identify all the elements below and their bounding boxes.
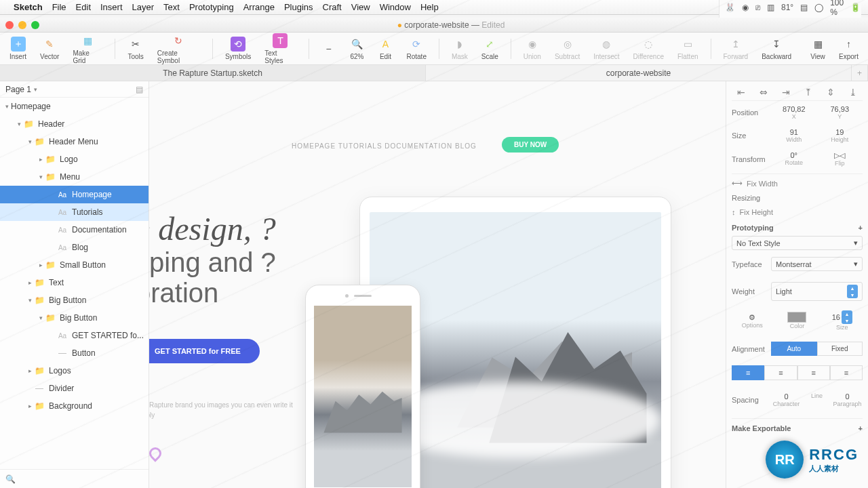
layer-button-shape[interactable]: —Button: [0, 344, 149, 362]
menu-view[interactable]: View: [351, 2, 370, 12]
tool-symbols[interactable]: ⟲Symbols: [221, 37, 255, 60]
text-color-swatch[interactable]: [787, 312, 806, 323]
layer-big-button-inner[interactable]: ▾📁Big Button: [0, 309, 149, 327]
page-selector[interactable]: Page 1▾ ▤: [0, 81, 149, 98]
rotate-input[interactable]: 0°: [790, 151, 797, 159]
layer-divider[interactable]: —Divider: [0, 380, 149, 397]
tool-vector[interactable]: ✎Vector: [36, 37, 63, 60]
close-button[interactable]: [5, 21, 14, 29]
plus-icon[interactable]: +: [859, 224, 863, 232]
tool-zoom[interactable]: 🔍62%: [346, 37, 369, 60]
menu-arrange[interactable]: Arrange: [243, 2, 275, 12]
layer-get-started[interactable]: AaGET STARTED fo...: [0, 327, 149, 344]
canvas[interactable]: HOMEPAGE TUTORIALS DOCUMENTATION BLOG BU…: [149, 81, 726, 488]
tool-forward[interactable]: ↥Forward: [719, 37, 752, 60]
layer-big-button[interactable]: ▾📁Big Button: [0, 291, 149, 309]
text-align-center[interactable]: ≡: [764, 365, 797, 380]
tool-view[interactable]: ▦View: [806, 37, 829, 60]
tool-text-styles[interactable]: TText Styles: [260, 33, 300, 64]
doc-tab-add[interactable]: +: [852, 65, 868, 81]
tool-union[interactable]: ◉Union: [519, 37, 545, 60]
tool-intersect[interactable]: ◍Intersect: [589, 37, 623, 60]
alignment-auto[interactable]: Auto: [771, 342, 817, 356]
menu-file[interactable]: File: [52, 2, 66, 12]
zoom-button[interactable]: [31, 21, 39, 29]
menu-window[interactable]: Window: [380, 2, 411, 12]
doc-tab-2[interactable]: corporate-website: [426, 65, 852, 81]
section-prototyping[interactable]: Prototyping+: [732, 218, 863, 235]
minimize-button[interactable]: [18, 21, 26, 29]
fix-height-icon[interactable]: ↕: [732, 208, 736, 216]
menu-text[interactable]: Text: [163, 2, 180, 12]
menu-app[interactable]: Sketch: [14, 2, 43, 12]
fix-width-icon[interactable]: ⟷: [732, 179, 743, 188]
layer-small-button[interactable]: ▸📁Small Button: [0, 256, 149, 274]
page-grid-icon[interactable]: ▤: [136, 85, 143, 94]
tool-zoom-out[interactable]: −: [317, 41, 340, 56]
status-battery-icon[interactable]: 🔋: [850, 3, 861, 12]
plus-icon[interactable]: +: [859, 424, 863, 432]
tool-edit[interactable]: AEdit: [374, 37, 397, 60]
section-exportable[interactable]: Make Exportable+: [732, 418, 863, 435]
menu-insert[interactable]: Insert: [100, 2, 123, 12]
layer-search[interactable]: 🔍: [0, 469, 149, 488]
tool-create-symbol[interactable]: ↻Create Symbol: [153, 33, 204, 64]
status-battery[interactable]: 100 %: [830, 0, 844, 17]
doc-tab-1[interactable]: The Rapture Startup.sketch: [0, 65, 426, 81]
layer-text-homepage[interactable]: AaHomepage: [0, 186, 149, 203]
layer-text-documentation[interactable]: AaDocumentation: [0, 221, 149, 239]
pos-y-input[interactable]: 76,93: [830, 105, 849, 113]
fix-width-toggle[interactable]: Fix Width: [747, 180, 778, 188]
font-size-stepper[interactable]: ▲▼: [842, 310, 852, 324]
tool-flatten[interactable]: ▭Flatten: [673, 37, 703, 60]
fix-height-toggle[interactable]: Fix Height: [740, 208, 774, 216]
layer-logos[interactable]: ▸📁Logos: [0, 362, 149, 380]
tool-backward[interactable]: ↧Backward: [757, 37, 795, 60]
align-center-h-icon[interactable]: ⇔: [760, 87, 768, 98]
flip-buttons[interactable]: ▷◁: [834, 151, 845, 160]
tool-make-grid[interactable]: ▦Make Grid: [68, 33, 106, 64]
tool-rotate[interactable]: ⟳Rotate: [403, 37, 431, 60]
menu-craft[interactable]: Craft: [323, 2, 342, 12]
status-bunny-icon[interactable]: 🐰: [725, 3, 735, 12]
align-left-icon[interactable]: ⇤: [737, 87, 745, 98]
layer-header[interactable]: ▾📁Header: [0, 115, 149, 133]
text-align-left[interactable]: ≡: [732, 365, 764, 380]
tool-tools[interactable]: ✂Tools: [123, 37, 147, 60]
text-style-select[interactable]: No Text Style▾: [732, 236, 863, 250]
align-center-v-icon[interactable]: ⇕: [827, 87, 835, 98]
tool-difference[interactable]: ◌Difference: [629, 37, 668, 60]
layer-header-menu[interactable]: ▾📁Header Menu: [0, 133, 149, 150]
width-input[interactable]: 91: [790, 128, 798, 136]
layer-menu[interactable]: ▾📁Menu: [0, 168, 149, 186]
menu-plugins[interactable]: Plugins: [284, 2, 313, 12]
align-top-icon[interactable]: ⤒: [804, 87, 812, 98]
layer-text-tutorials[interactable]: AaTutorials: [0, 203, 149, 221]
text-options-button[interactable]: ⚙: [749, 313, 755, 322]
menu-help[interactable]: Help: [420, 2, 439, 12]
tool-insert[interactable]: ＋Insert: [5, 37, 31, 60]
tool-export[interactable]: ↑Export: [835, 37, 863, 60]
status-temp[interactable]: 81°: [781, 3, 793, 12]
menu-edit[interactable]: Edit: [76, 2, 91, 12]
font-size-input[interactable]: 16: [832, 313, 840, 321]
layer-homepage-artboard[interactable]: ▾Homepage: [0, 98, 149, 115]
text-align-justify[interactable]: ≡: [830, 365, 863, 380]
tool-scale[interactable]: ⤢Scale: [477, 37, 502, 60]
weight-select[interactable]: Light ▲▼: [771, 282, 863, 301]
alignment-fixed[interactable]: Fixed: [817, 342, 863, 356]
pos-x-input[interactable]: 870,82: [783, 105, 806, 113]
status-cpu-icon[interactable]: ▥: [767, 3, 774, 12]
status-tray-icon[interactable]: ▤: [800, 3, 808, 12]
layer-text-blog[interactable]: AaBlog: [0, 239, 149, 256]
para-spacing-input[interactable]: 0: [845, 392, 849, 401]
status-spotify-icon[interactable]: ◉: [742, 3, 749, 12]
char-spacing-input[interactable]: 0: [784, 392, 788, 401]
status-screen-icon[interactable]: ⎚: [755, 3, 760, 12]
text-align-right[interactable]: ≡: [797, 365, 830, 380]
align-bottom-icon[interactable]: ⤓: [849, 87, 857, 98]
weight-stepper[interactable]: ▲▼: [847, 285, 858, 298]
menu-layer[interactable]: Layer: [132, 2, 155, 12]
tool-mask[interactable]: ◗Mask: [448, 37, 472, 60]
layer-text-group[interactable]: ▸📁Text: [0, 274, 149, 291]
